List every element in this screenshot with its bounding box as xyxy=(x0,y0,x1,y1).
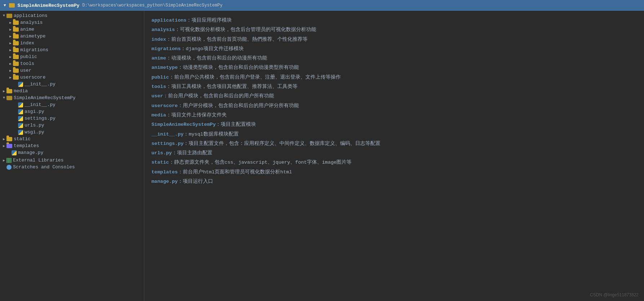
desc-value: 项目应用程序模块 xyxy=(191,18,232,23)
project-path: D:\workspaces\workspaces_python\SimpleAn… xyxy=(82,3,222,8)
desc-line-analysis: analysis：可视化数据分析模块，包含后台管理员的可视化数据分析功能 xyxy=(151,26,637,34)
expand-arrow: ▶ xyxy=(1,158,6,163)
expand-arrow: ▶ xyxy=(8,62,13,66)
desc-key: userscore xyxy=(151,103,178,109)
project-folder-icon xyxy=(9,3,15,8)
item-label: migrations xyxy=(20,47,48,53)
folder-icon xyxy=(13,34,19,39)
desc-value: 动漫模块，包含前台和后台的动漫所有功能 xyxy=(171,56,267,61)
item-label: templates xyxy=(14,143,39,149)
desc-key: media xyxy=(151,112,166,118)
tree-item-simpleanimeresystempy[interactable]: ▼ SimpleAnimeRecSystemPy xyxy=(0,94,144,101)
item-label: External Libraries xyxy=(13,158,63,163)
tree-item-init-py-1[interactable]: ▶ __init__.py xyxy=(0,81,144,88)
folder-icon xyxy=(13,62,19,66)
expand-arrow: ▶ xyxy=(8,75,13,80)
tree-item-tools[interactable]: ▶ tools xyxy=(0,60,144,67)
tree-item-scratches[interactable]: ▶ Scratches and Consoles xyxy=(0,164,144,171)
desc-sep: ： xyxy=(216,122,221,127)
desc-key: templates xyxy=(151,169,178,175)
tree-item-user[interactable]: ▶ user xyxy=(0,67,144,74)
tree-item-migrations[interactable]: ▶ migrations xyxy=(0,47,144,53)
desc-sep: ： xyxy=(178,169,183,175)
folder-icon xyxy=(13,41,19,45)
folder-icon xyxy=(6,96,12,100)
desc-value: 动漫类型模块，包含前台和后台的动漫类型所有功能 xyxy=(183,65,299,70)
tree-item-manage-py[interactable]: ▶ manage.py xyxy=(0,149,144,156)
tree-item-anime[interactable]: ▶ anime xyxy=(0,26,144,33)
desc-value: 可视化数据分析模块，包含后台管理员的可视化数据分析功能 xyxy=(180,27,316,32)
item-label: user xyxy=(20,68,31,73)
tree-item-init-py-2[interactable]: ▶ __init__.py xyxy=(0,101,144,108)
desc-sep: ： xyxy=(175,27,180,32)
py-icon xyxy=(18,116,23,121)
item-label: animetype xyxy=(20,34,45,39)
desc-sep: ： xyxy=(184,132,189,137)
item-label: media xyxy=(14,88,28,94)
tree-item-userscore[interactable]: ▶ userscore xyxy=(0,74,144,81)
desc-key: static xyxy=(151,160,169,165)
expand-arrow: ▶ xyxy=(8,34,13,39)
item-label: static xyxy=(14,136,31,142)
tree-item-wsgi-py[interactable]: ▶ wsgi.py xyxy=(0,129,144,136)
desc-line-userscore: userscore：用户评分模块，包含前台和后台的用户评分所有功能 xyxy=(151,102,637,110)
desc-value: mysql数据库模块配置 xyxy=(189,132,239,137)
item-label: tools xyxy=(20,61,34,66)
scratches-icon xyxy=(6,165,12,170)
desc-key: SimpleAnimeRecSystemPy xyxy=(151,122,216,127)
desc-line-anime: anime：动漫模块，包含前台和后台的动漫所有功能 xyxy=(151,54,637,63)
desc-sep: ： xyxy=(172,150,177,156)
desc-sep: ： xyxy=(166,84,171,89)
desc-key: manage.py xyxy=(151,179,178,184)
item-label: anime xyxy=(20,27,34,32)
desc-line-migrations: migrations：django项目文件迁移模块 xyxy=(151,45,637,53)
title-bar: ▼ SimpleAnimeRecSystemPy D:\workspaces\w… xyxy=(0,0,644,11)
expand-arrow: ▶ xyxy=(1,144,6,148)
folder-icon xyxy=(13,55,19,59)
desc-sep: ： xyxy=(181,46,186,52)
tree-item-applications[interactable]: ▼ applications xyxy=(0,12,144,19)
py-icon xyxy=(18,123,23,128)
tree-item-public[interactable]: ▶ public xyxy=(0,53,144,60)
desc-sep: ： xyxy=(169,160,174,165)
desc-value: 项目主配置文件，包含：应用程序定义、中间件定义、数据库定义、编码、日志等配置 xyxy=(189,141,380,146)
tree-item-index[interactable]: ▶ index xyxy=(0,40,144,47)
desc-line-static: static：静态资源文件夹，包含css、javascript、jquery、f… xyxy=(151,158,637,167)
title-arrow: ▼ xyxy=(4,3,6,8)
tree-item-external-libraries[interactable]: ▶ External Libraries xyxy=(0,157,144,164)
desc-sep: ： xyxy=(169,75,174,80)
desc-key: settings.py xyxy=(151,141,184,146)
tree-item-asgi-py[interactable]: ▶ asgi.py xyxy=(0,108,144,115)
expand-arrow: ▶ xyxy=(8,48,13,52)
item-label: __init__.py xyxy=(25,102,56,107)
tree-item-static[interactable]: ▶ static xyxy=(0,136,144,142)
desc-key: urls.py xyxy=(151,150,172,156)
item-label: applications xyxy=(14,13,48,18)
tree-item-analysis[interactable]: ▶ analysis xyxy=(0,19,144,26)
item-label: wsgi.py xyxy=(25,129,44,135)
desc-value: 前台用户公共模块，包含前台用户登录、注册、退出登录、文件上传等操作 xyxy=(174,75,341,80)
desc-key: public xyxy=(151,75,169,80)
desc-sep: ： xyxy=(178,65,183,70)
expand-arrow: ▶ xyxy=(8,55,13,59)
tree-item-templates[interactable]: ▶ templates xyxy=(0,142,144,149)
desc-line-animetype: animetype：动漫类型模块，包含前台和后台的动漫类型所有功能 xyxy=(151,63,637,72)
tree-item-settings-py[interactable]: ▶ settings.py xyxy=(0,115,144,122)
desc-line-index: index：前台首页模块，包含前台首页功能、熱們推荐、个性化推荐等 xyxy=(151,35,637,44)
item-label: Scratches and Consoles xyxy=(13,164,75,170)
folder-icon xyxy=(13,75,19,80)
item-label: public xyxy=(20,54,37,59)
project-name: SimpleAnimeRecSystemPy xyxy=(18,3,80,8)
item-label: __init__.py xyxy=(25,81,56,87)
tree-item-urls-py[interactable]: ▶ urls.py xyxy=(0,122,144,129)
tree-item-media[interactable]: ▶ media xyxy=(0,88,144,94)
desc-value: 项目主路由配置 xyxy=(177,150,212,156)
desc-key: __init__.py xyxy=(151,132,184,137)
expand-arrow: ▶ xyxy=(8,68,13,73)
folder-icon xyxy=(6,14,12,18)
desc-value: 前台用户模块，包含前台和后台的用户所有功能 xyxy=(168,93,274,99)
expand-arrow: ▼ xyxy=(1,96,6,100)
folder-icon xyxy=(6,89,12,93)
expand-arrow: ▶ xyxy=(8,41,13,45)
tree-item-animetype[interactable]: ▶ animetype xyxy=(0,33,144,40)
